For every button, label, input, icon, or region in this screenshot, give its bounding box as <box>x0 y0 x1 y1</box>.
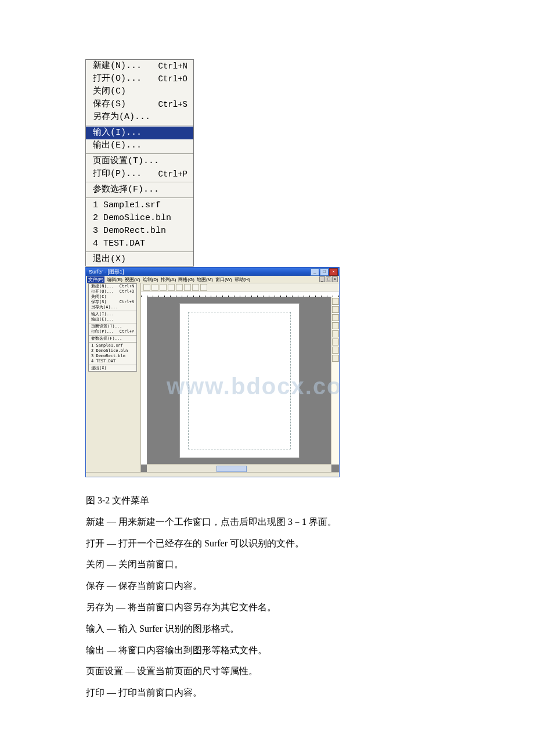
menu-item-recent3[interactable]: 3 DemoRect.bln <box>86 225 193 237</box>
shortcut-label: Ctrl+N <box>158 60 187 72</box>
maximize-button[interactable]: □ <box>320 268 329 276</box>
toolbar-button[interactable] <box>160 284 167 291</box>
menu-item-close[interactable]: 关闭(C) <box>86 85 193 98</box>
menubar-view[interactable]: 视图(V) <box>125 276 140 283</box>
canvas-wrap: www.bdocx.com <box>141 283 339 472</box>
palette-button[interactable] <box>332 322 339 329</box>
menu-item-recent1[interactable]: 1 Sample1.srf <box>86 199 193 212</box>
minimize-button[interactable]: _ <box>311 268 319 276</box>
palette-button[interactable] <box>332 339 339 345</box>
menu-item-new[interactable]: 新建(N)... Ctrl+N <box>89 284 136 289</box>
menu-item-print[interactable]: 打印(P)... Ctrl+P <box>86 168 193 181</box>
menubar-arrange[interactable]: 排列(A) <box>161 276 176 283</box>
menu-bar: 文件(F) 编辑(E) 视图(V) 绘制(D) 排列(A) 网格(G) 地图(M… <box>86 276 339 283</box>
surfer-app-window: Surfer - [图形1] _ □ × 文件(F) 编辑(E) 视图(V) 绘… <box>85 267 340 477</box>
close-button[interactable]: × <box>329 268 338 276</box>
shortcut-label: Ctrl+O <box>120 289 134 294</box>
menu-item-pagesetup[interactable]: 页面设置(T)... <box>86 155 193 168</box>
desc-print: 打印 — 打印当前窗口内容。 <box>86 683 446 703</box>
horizontal-scrollbar[interactable] <box>147 464 331 472</box>
menu-item-label: 输出(E)... <box>93 140 142 152</box>
desc-saveas: 另存为 — 将当前窗口内容另存为其它文件名。 <box>86 598 446 617</box>
menu-separator <box>89 365 136 365</box>
file-menu-closeup: 新建(N)... Ctrl+N 打开(O)... Ctrl+O 关闭(C) 保存… <box>85 59 194 267</box>
menu-item-label: 保存(S) <box>91 300 107 305</box>
palette-button[interactable] <box>332 314 339 321</box>
app-content: 新建(N)... Ctrl+N 打开(O)... Ctrl+O 关闭(C) 保存… <box>86 283 339 472</box>
menu-item-new[interactable]: 新建(N)... Ctrl+N <box>86 60 193 73</box>
menu-item-recent4[interactable]: 4 TEST.DAT <box>86 237 193 250</box>
menu-item-prefs[interactable]: 参数选择(F)... <box>86 183 193 196</box>
desc-export: 输出 — 将窗口内容输出到图形等格式文件。 <box>86 641 446 660</box>
menu-item-recent1[interactable]: 1 Sample1.srf <box>89 343 136 348</box>
mdi-close-button[interactable]: × <box>332 276 338 282</box>
menu-item-save[interactable]: 保存(S) Ctrl+S <box>86 98 193 111</box>
page-paper <box>179 303 300 458</box>
scrollbar-thumb[interactable] <box>217 466 247 472</box>
menubar-window[interactable]: 窗口(W) <box>215 276 232 283</box>
shortcut-label: Ctrl+S <box>158 99 187 110</box>
menu-item-saveas[interactable]: 另存为(A)... <box>86 111 193 124</box>
menu-item-open[interactable]: 打开(O)... Ctrl+O <box>89 289 136 294</box>
menu-item-prefs[interactable]: 参数选择(F)... <box>89 336 136 341</box>
toolbar-button[interactable] <box>176 284 183 291</box>
menu-item-label: 输入(I)... <box>91 312 114 317</box>
palette-button[interactable] <box>332 355 339 362</box>
menu-item-recent2[interactable]: 2 DemoSlice.bln <box>86 212 193 225</box>
right-palette <box>331 297 339 465</box>
menu-separator <box>86 153 193 154</box>
toolbar-button[interactable] <box>192 284 199 291</box>
menu-item-exit[interactable]: 退出(X) <box>86 253 193 266</box>
menubar-edit[interactable]: 编辑(E) <box>107 276 122 283</box>
menu-item-label: 新建(N)... <box>91 284 114 289</box>
menubar-map[interactable]: 地图(M) <box>197 276 213 283</box>
menu-item-save[interactable]: 保存(S) Ctrl+S <box>89 300 136 305</box>
palette-button[interactable] <box>332 330 339 337</box>
paper-zone[interactable] <box>147 297 331 465</box>
menu-item-exit[interactable]: 退出(X) <box>89 366 136 371</box>
desc-close: 关闭 — 关闭当前窗口。 <box>86 555 446 574</box>
palette-button[interactable] <box>332 347 339 354</box>
menu-item-export[interactable]: 输出(E)... <box>89 317 136 322</box>
menu-item-label: 退出(X) <box>93 254 126 265</box>
title-bar: Surfer - [图形1] _ □ × <box>86 268 339 276</box>
menu-item-import[interactable]: 输入(I)... <box>86 127 193 139</box>
menu-separator <box>89 323 136 323</box>
palette-button[interactable] <box>332 298 339 305</box>
menu-item-pagesetup[interactable]: 页面设置(T)... <box>89 324 136 329</box>
menu-item-label: 关闭(C) <box>91 294 107 300</box>
menu-item-saveas[interactable]: 另存为(A)... <box>89 305 136 310</box>
toolbar-button[interactable] <box>200 284 207 291</box>
menu-separator <box>86 197 193 198</box>
toolbar-button[interactable] <box>184 284 191 291</box>
mdi-minimize-button[interactable]: _ <box>319 276 325 282</box>
menu-item-label: 3 DemoRect.bln <box>93 225 166 237</box>
status-bar <box>86 472 339 477</box>
menu-item-label: 关闭(C) <box>93 86 126 98</box>
menu-item-export[interactable]: 输出(E)... <box>86 139 193 152</box>
menubar-grid[interactable]: 网格(G) <box>178 276 194 283</box>
menubar-file[interactable]: 文件(F) <box>87 276 104 283</box>
menubar-draw[interactable]: 绘制(D) <box>143 276 158 283</box>
mdi-restore-button[interactable]: □ <box>326 276 331 282</box>
toolbar-button[interactable] <box>151 284 158 291</box>
desc-open: 打开 — 打开一个已经存在的 Surfer 可以识别的文件。 <box>86 534 446 553</box>
toolbar-button[interactable] <box>168 284 175 291</box>
menu-item-label: 输入(I)... <box>93 127 142 139</box>
menu-item-print[interactable]: 打印(P)... Ctrl+P <box>89 329 136 334</box>
palette-button[interactable] <box>332 306 339 313</box>
menu-item-recent4[interactable]: 4 TEST.DAT <box>89 359 136 364</box>
desc-save: 保存 — 保存当前窗口内容。 <box>86 577 446 596</box>
menu-separator <box>86 251 193 252</box>
menu-item-label: 打印(P)... <box>91 329 114 334</box>
shortcut-label: Ctrl+O <box>158 73 187 85</box>
toolbar-button[interactable] <box>143 284 150 291</box>
menubar-help[interactable]: 帮助(H) <box>234 276 250 283</box>
vertical-ruler <box>141 297 147 465</box>
menu-separator <box>89 342 136 343</box>
menu-item-recent2[interactable]: 2 DemoSlice.bln <box>89 348 136 354</box>
menu-item-open[interactable]: 打开(O)... Ctrl+O <box>86 73 193 85</box>
menu-item-import[interactable]: 输入(I)... <box>89 312 136 317</box>
menu-item-recent3[interactable]: 3 DemoRect.bln <box>89 354 136 359</box>
menu-item-close[interactable]: 关闭(C) <box>89 294 136 300</box>
